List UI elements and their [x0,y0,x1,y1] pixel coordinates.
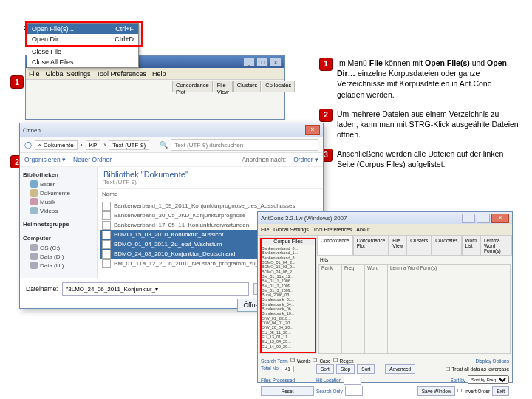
titlebar[interactable]: AntConc 3.2.1w (Windows) 2007 × [258,212,512,224]
tab-clusters[interactable]: Clusters [406,236,432,256]
close-icon[interactable]: × [491,214,509,223]
case-cb[interactable]: Case [319,358,330,364]
menu-global[interactable]: Global Settings [273,227,308,232]
maximize-icon[interactable]: □ [256,58,268,66]
regex-cb[interactable]: Regex [340,358,354,364]
tab-clusters[interactable]: Clusters [233,81,262,92]
tab-collocates[interactable]: Collocates [262,81,295,92]
file-icon [102,202,111,211]
minimize-icon[interactable]: _ [243,58,255,66]
sidebar-item[interactable]: Musik [21,197,95,206]
tab-collocates[interactable]: Collocates [432,236,461,256]
lowercase-cb[interactable]: Treat all data as lowercase [452,366,509,372]
step-2-text: Um mehrere Dateien aus einem Verzeichnis… [337,109,519,140]
sidebar-homegroup[interactable]: Heimnetzgruppe [21,219,95,229]
sidebar-drive[interactable]: OS (C:) [21,243,95,252]
maximize-icon[interactable] [477,214,490,223]
menu-close-file[interactable]: Close File [27,47,138,57]
tab-concplot[interactable]: Concordance Plot [353,236,389,256]
highlight-box-1 [25,21,143,47]
step-3-text: Anschließend werden alle Dateien auf der… [337,149,519,169]
steps: 1 Im Menü File können mit Open File(s) u… [319,58,519,179]
hits-label: Hits [317,256,512,264]
results-table: Rank Freq Word Lemma Word Form(s) [318,264,511,354]
hitloc-spin[interactable] [344,375,361,385]
invert-cb[interactable]: Invert Order [464,389,490,394]
exit-button[interactable]: Exit [492,386,509,396]
file-icon [102,250,111,259]
col-freq: Freq [342,265,365,353]
corpus-files-panel: Corpus Files Bankenverband_0...Bankenver… [259,237,317,354]
dlg-title: Öffnen [23,127,41,134]
menubar: File Global Settings Tool Preferences Ab… [258,224,512,236]
col-word: Word [365,265,388,353]
step-1-text: Im Menü File können mit Open File(s) und… [337,58,519,100]
highlight-box-3 [260,238,316,353]
col-rank: Rank [319,265,342,353]
file-row[interactable]: Bankenverband_1_09_2011_Konjunkturprogno… [100,201,320,211]
filename-input[interactable] [62,282,249,296]
sidebar-item[interactable]: Videos [21,206,95,215]
tab-concplot[interactable]: Concordance Plot [172,81,213,92]
arrange-value[interactable]: Ordner ▾ [293,156,318,163]
menu-toolprefs[interactable]: Tool Preferences [313,227,352,232]
totalno-label: Total No. [261,366,280,372]
display-options: Display Options [475,358,509,364]
callout-1: 1 [10,75,24,89]
tab-lemma[interactable]: Lemma Word Form(s) [480,236,512,256]
menu-close-all[interactable]: Close All Files [27,57,138,67]
searchonly-label: Search Only [316,389,343,394]
tab-wordlist[interactable]: Word List [462,236,480,256]
search-icon: 🔍 [160,141,168,149]
menubar: File Global Settings Tool Preferences He… [26,68,284,80]
close-icon[interactable]: × [305,125,320,135]
hitloc-label: Hit Location [316,378,341,383]
filename-label: Dateiname: [26,285,58,293]
col-name[interactable]: Name [98,189,122,199]
sort2-button[interactable]: Sort [357,364,375,374]
sidebar-drive[interactable]: Data (U:) [21,261,95,270]
advanced-button[interactable]: Advanced [385,364,415,374]
menu-help[interactable]: Help [152,70,166,78]
new-folder-button[interactable]: Neuer Ordner [73,156,112,163]
reset-button[interactable]: Reset [261,386,314,396]
sortby-select[interactable]: Sort by Freq [468,375,509,384]
file-icon [102,231,111,239]
search-input[interactable] [171,139,318,151]
file-icon [102,221,111,230]
antconc-window-3: AntConc 3.2.1w (Windows) 2007 × File Glo… [257,211,513,383]
minimize-icon[interactable] [462,214,475,223]
close-icon[interactable]: × [270,58,282,66]
dlg-titlebar[interactable]: Öffnen × [20,123,323,137]
words-cb[interactable]: Words [297,358,311,364]
sidebar-drive[interactable]: Data (D:) [21,252,95,261]
menu-about[interactable]: About [356,227,369,232]
col-lemma: Lemma Word Form(s) [388,265,510,353]
sidebar-item[interactable]: Bilder [21,180,95,188]
sidebar-libs[interactable]: Bibliotheken [21,170,95,180]
tab-fileview[interactable]: File View [389,236,406,256]
sort-button[interactable]: Sort [316,364,334,374]
arrange-label: Anordnen nach: [242,156,286,163]
tab-fileview[interactable]: File View [214,81,233,92]
menu-file[interactable]: File [261,227,269,232]
sidebar-item[interactable]: Dokumente [21,188,95,197]
file-icon [102,240,111,249]
breadcrumb[interactable]: Text (UTF-8) [109,140,149,150]
menu-global[interactable]: Global Settings [46,70,91,78]
breadcrumb[interactable]: KP [86,140,101,150]
tab-concordance[interactable]: Concordance [317,236,353,256]
dlg-sidebar: Bibliotheken Bilder Dokumente Musik Vide… [20,167,98,278]
menu-file[interactable]: File [29,70,40,78]
sidebar-computer[interactable]: Computer [21,233,95,243]
savewin-button[interactable]: Save Window [417,386,456,396]
menu-toolprefs[interactable]: Tool Preferences [97,70,147,78]
searchonly-spin[interactable] [345,386,363,396]
stop-button[interactable]: Stop [336,364,355,374]
step-marker-2: 2 [319,109,332,122]
lib-title: Bibliothek "Dokumente" [98,167,323,179]
organize-button[interactable]: Organisieren ▾ [24,156,66,163]
back-icon[interactable]: ◯ [24,141,32,149]
breadcrumb[interactable]: « Dokumente [35,140,78,150]
lib-sub: Text (UTF-8) [103,179,137,185]
